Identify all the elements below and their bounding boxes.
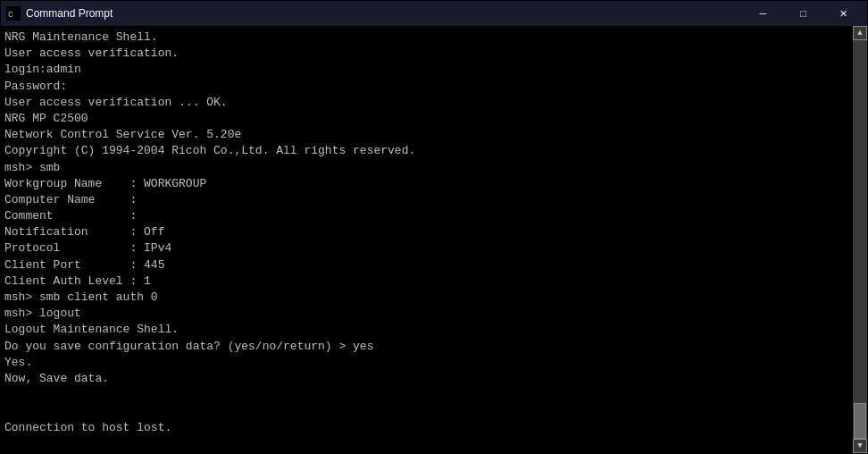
scroll-down-button[interactable]: ▼	[853, 439, 867, 453]
cmd-window: C Command Prompt ─ □ ✕ NRG Maintenance S…	[0, 0, 868, 454]
scroll-up-button[interactable]: ▲	[853, 26, 867, 40]
terminal-output: NRG Maintenance Shell. User access verif…	[4, 29, 864, 453]
window-controls: ─ □ ✕	[743, 1, 864, 26]
minimize-button[interactable]: ─	[743, 1, 783, 26]
scroll-thumb[interactable]	[854, 403, 866, 439]
terminal-body[interactable]: NRG Maintenance Shell. User access verif…	[1, 26, 867, 453]
scrollbar[interactable]: ▲ ▼	[853, 26, 867, 453]
title-bar: C Command Prompt ─ □ ✕	[1, 1, 867, 26]
title-bar-left: C Command Prompt	[6, 6, 113, 21]
close-button[interactable]: ✕	[823, 1, 864, 26]
svg-text:C: C	[8, 10, 13, 20]
cmd-icon: C	[6, 6, 21, 21]
window-title: Command Prompt	[26, 7, 113, 20]
maximize-button[interactable]: □	[783, 1, 823, 26]
